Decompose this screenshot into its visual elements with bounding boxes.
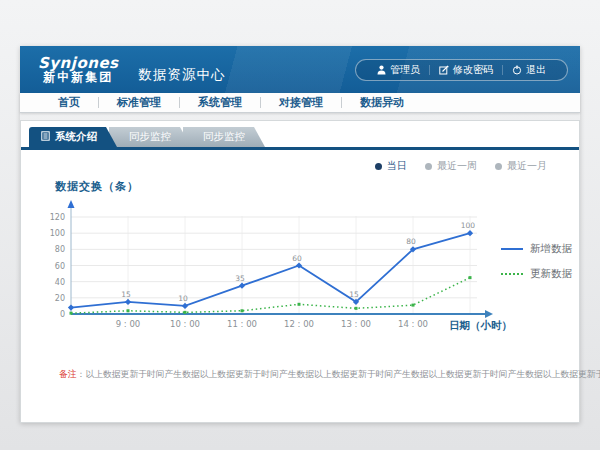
x-axis-title: 日期（小时） — [449, 319, 512, 333]
tab-bar: 系统介绍 同步监控 同步监控 — [29, 127, 579, 147]
svg-text:12 : 00: 12 : 00 — [284, 319, 314, 329]
svg-text:10: 10 — [178, 294, 188, 303]
logout-label: 退出 — [526, 63, 546, 77]
time-range-selector: 当日 最近一周 最近一月 — [21, 159, 547, 173]
user-icon — [377, 65, 386, 75]
svg-text:9 : 00: 9 : 00 — [116, 319, 141, 329]
range-option-last-week[interactable]: 最近一周 — [425, 159, 477, 173]
current-user-label: 管理员 — [390, 63, 420, 77]
radio-dot — [425, 163, 432, 170]
logo-company-name: 新中新集团 — [38, 71, 119, 84]
tab-sync-monitor-2[interactable]: 同步监控 — [183, 127, 265, 147]
svg-text:13 : 00: 13 : 00 — [341, 319, 371, 329]
nav-item-interface-management[interactable]: 对接管理 — [261, 95, 341, 110]
current-user-button[interactable]: 管理员 — [368, 63, 429, 77]
range-option-last-month[interactable]: 最近一月 — [495, 159, 547, 173]
nav-item-system-management[interactable]: 系统管理 — [180, 95, 260, 110]
svg-text:100: 100 — [50, 229, 65, 238]
power-icon — [512, 65, 522, 75]
tab-label: 同步监控 — [203, 130, 245, 144]
svg-text:10 : 00: 10 : 00 — [170, 319, 200, 329]
tab-label: 系统介绍 — [55, 130, 97, 144]
svg-text:120: 120 — [50, 213, 65, 222]
footnote-prefix: 备注 — [59, 369, 77, 379]
logo-brand: Synjones — [38, 55, 119, 72]
svg-text:80: 80 — [55, 245, 65, 254]
change-password-label: 修改密码 — [453, 63, 493, 77]
svg-text:60: 60 — [292, 254, 302, 263]
main-nav: 首页 标准管理 系统管理 对接管理 数据异动 — [20, 93, 580, 113]
main-window: Synjones 新中新集团 数据资源中心 管理员 修改密码 — [20, 46, 580, 423]
range-label: 当日 — [387, 159, 407, 173]
footnote: 备注：以上数据更新于时间产生数据以上数据更新于时间产生数据以上数据更新于时间产生… — [59, 369, 579, 381]
svg-text:15: 15 — [349, 290, 359, 299]
user-toolbar: 管理员 修改密码 退出 — [355, 59, 568, 81]
nav-item-home[interactable]: 首页 — [40, 95, 98, 110]
edit-icon — [439, 65, 449, 75]
svg-text:40: 40 — [55, 278, 65, 287]
nav-item-standard-management[interactable]: 标准管理 — [99, 95, 179, 110]
change-password-button[interactable]: 修改密码 — [430, 63, 502, 77]
exchange-chart: 0204060801001209 : 0010 : 0011 : 0012 : … — [49, 198, 499, 334]
company-logo: Synjones 新中新集团 — [38, 55, 119, 85]
legend-line-dotted — [501, 273, 523, 275]
radio-dot — [495, 163, 502, 170]
tab-sync-monitor-1[interactable]: 同步监控 — [109, 127, 191, 147]
y-axis-title: 数据交换（条） — [55, 179, 579, 194]
legend-item-updated-data: 更新数据 — [501, 267, 572, 281]
nav-item-data-change[interactable]: 数据异动 — [342, 95, 422, 110]
tab-label: 同步监控 — [129, 130, 171, 144]
svg-text:100: 100 — [461, 221, 476, 230]
range-label: 最近一月 — [507, 159, 547, 173]
svg-text:14 : 00: 14 : 00 — [398, 319, 428, 329]
footnote-text: ：以上数据更新于时间产生数据以上数据更新于时间产生数据以上数据更新于时间产生数据… — [77, 369, 600, 379]
legend-label: 新增数据 — [530, 242, 572, 256]
legend-label: 更新数据 — [530, 267, 572, 281]
tab-underline — [21, 147, 579, 150]
svg-text:60: 60 — [55, 262, 65, 271]
content-panel: 系统介绍 同步监控 同步监控 当日 最近一周 最近一月 — [20, 120, 580, 423]
legend-item-new-data: 新增数据 — [501, 242, 572, 256]
chart-area: 0204060801001209 : 0010 : 0011 : 0012 : … — [49, 198, 579, 343]
svg-text:0: 0 — [60, 310, 65, 319]
legend-line-solid — [501, 248, 523, 250]
svg-text:80: 80 — [406, 237, 416, 246]
svg-text:15: 15 — [121, 290, 131, 299]
range-label: 最近一周 — [437, 159, 477, 173]
radio-dot — [375, 163, 382, 170]
app-header: Synjones 新中新集团 数据资源中心 管理员 修改密码 — [20, 46, 580, 93]
svg-text:35: 35 — [235, 274, 245, 283]
svg-text:20: 20 — [55, 294, 65, 303]
svg-text:11 : 00: 11 : 00 — [227, 319, 257, 329]
logout-button[interactable]: 退出 — [503, 63, 555, 77]
document-icon — [41, 131, 50, 143]
chart-legend: 新增数据 更新数据 — [501, 242, 572, 281]
range-option-today[interactable]: 当日 — [375, 159, 407, 173]
tab-system-intro[interactable]: 系统介绍 — [29, 127, 117, 147]
page-title: 数据资源中心 — [139, 66, 226, 84]
spacer — [20, 113, 580, 120]
